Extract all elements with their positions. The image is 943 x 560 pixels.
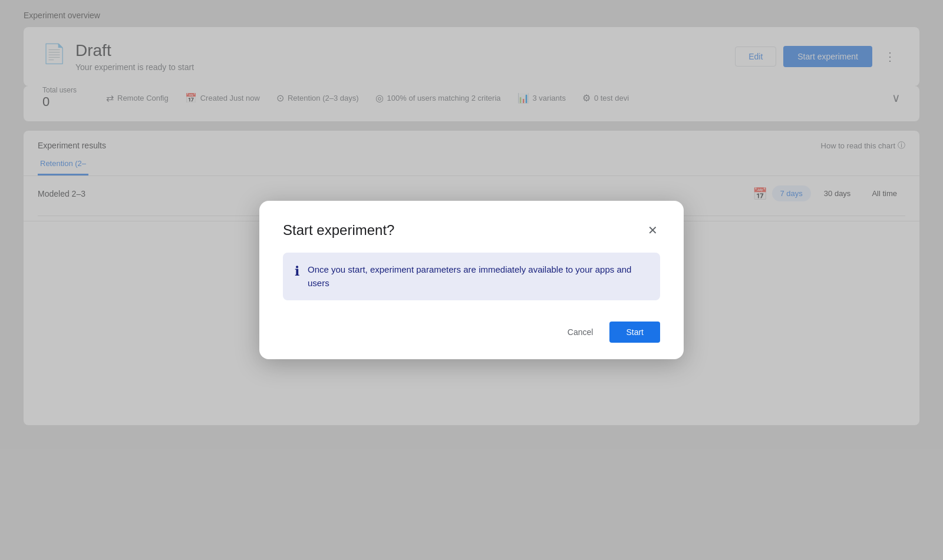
info-banner-text: Once you start, experiment parameters ar… — [308, 263, 648, 290]
modal-overlay: Start experiment? ✕ ℹ Once you start, ex… — [0, 0, 943, 560]
dialog-title: Start experiment? — [283, 222, 394, 238]
start-experiment-dialog: Start experiment? ✕ ℹ Once you start, ex… — [259, 201, 684, 359]
close-dialog-button[interactable]: ✕ — [645, 222, 660, 238]
cancel-button[interactable]: Cancel — [556, 322, 605, 343]
info-banner: ℹ Once you start, experiment parameters … — [283, 253, 660, 300]
info-icon: ℹ — [295, 264, 299, 279]
dialog-actions: Cancel Start — [283, 322, 660, 343]
dialog-header: Start experiment? ✕ — [283, 222, 660, 238]
start-button[interactable]: Start — [609, 322, 660, 343]
